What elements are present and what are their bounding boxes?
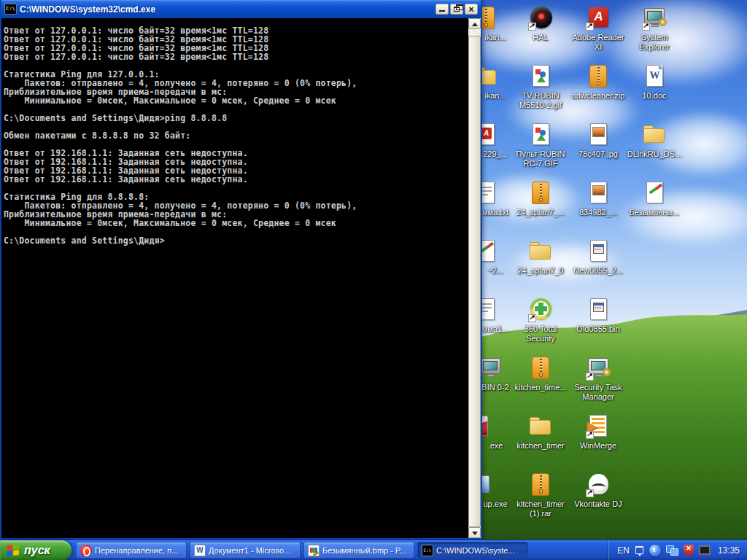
shortcut-arrow-icon (528, 314, 536, 322)
window-titlebar[interactable]: C:\ C:\WINDOWS\system32\cmd.exe × (1, 0, 481, 18)
desktop-icon[interactable]: AAdobe Reader XI (570, 6, 627, 52)
desktop-icon[interactable]: DLinkRU_DS... (626, 122, 683, 159)
start-button[interactable]: пуск (0, 540, 71, 560)
desktop-icon-label: Vkontakte DJ (570, 499, 627, 509)
desktop-icon-partial[interactable]: 229_... (478, 122, 513, 159)
paint-icon (642, 181, 667, 206)
word-icon (194, 545, 206, 556)
setup-icon (482, 472, 498, 497)
shortcut-arrow-icon (586, 489, 594, 497)
restore-button[interactable] (450, 4, 463, 15)
desktop-icon-partial[interactable]: мма1... (478, 298, 513, 334)
paint-icon (308, 545, 320, 556)
taskbar-task[interactable]: Документ1 - Microso... (190, 542, 301, 559)
desktop-icon-label: Безымянны... (626, 208, 683, 217)
desktop-icon[interactable]: HAL (512, 6, 569, 42)
language-indicator[interactable]: EN (617, 545, 630, 556)
desktop-icon-label: BIN 0-2 (478, 383, 513, 392)
desktop-icon-partial[interactable]: .exe (478, 414, 513, 451)
security-alert-icon[interactable] (684, 545, 694, 556)
desktop-icon-label: Adobe Reader XI (570, 33, 627, 52)
desktop-icon-label: adwcleaner.zip (570, 91, 627, 101)
task-label: Безымянный.bmp - P... (322, 546, 406, 555)
desktop-icon-label: Old0855.bin (570, 324, 627, 334)
image2-icon (586, 122, 611, 147)
desktop-icon[interactable]: W10.doc (626, 64, 683, 101)
desktop-icon[interactable]: 24_splan7_0 (512, 239, 569, 276)
language-options-icon[interactable] (635, 546, 644, 555)
scrollbar-thumb[interactable] (468, 36, 481, 527)
desktop-icon[interactable]: Безымянны... (626, 181, 683, 217)
desktop-icon-label: HAL (512, 33, 569, 42)
hide-icons-chevron[interactable] (649, 545, 661, 556)
desktop-icon[interactable]: 78c407.jpg (570, 122, 627, 159)
desktop-icon[interactable]: kitchen_timer (512, 414, 569, 451)
desktop-icon[interactable]: Vkontakte DJ (570, 472, 627, 509)
desktop-icon[interactable]: Пульт RUBIN RC-7.GIF (512, 122, 569, 168)
desktop-icon-partial[interactable]: ~2... (478, 239, 513, 276)
image2-icon (586, 181, 611, 206)
console-output[interactable]: Ответ от 127.0.0.1: число байт=32 время<… (1, 18, 468, 538)
desktop-icon[interactable]: 360 Total Security (512, 298, 569, 343)
desktop-icon-label: 78c407.jpg (570, 149, 627, 159)
shortcut-arrow-icon (586, 373, 594, 381)
desktop-icon[interactable]: 24_splan7_... (512, 181, 569, 217)
desktop-icon-label: kitchen_time... (512, 383, 569, 392)
desktop-icon[interactable]: WinMerge (570, 414, 627, 451)
desktop-icon[interactable]: kitchen_time... (512, 356, 569, 392)
close-icon: × (465, 4, 477, 15)
desktop-icon-label: 360 Total Security (512, 324, 569, 343)
restore-icon (454, 7, 460, 12)
taskbar: пуск Перенаправление, п...Документ1 - Mi… (0, 540, 747, 560)
minimize-button[interactable] (436, 4, 449, 15)
desktop-icon[interactable]: Old0855.bin (570, 298, 627, 334)
pdf-icon (482, 122, 498, 147)
folder-icon (528, 239, 553, 264)
sysexplorer-icon (642, 6, 667, 31)
console-scrollbar[interactable] (468, 18, 481, 538)
desktop-icon-partial[interactable]: ikan... (478, 64, 513, 101)
desktop-icon[interactable]: 834982_... (570, 181, 627, 217)
desktop-icon-partial[interactable]: мма.txt (478, 181, 513, 217)
display-icon[interactable] (699, 545, 711, 555)
vkdj-icon (586, 472, 611, 497)
desktop-icon[interactable]: New0855_2... (570, 239, 627, 276)
network-icon[interactable] (666, 545, 678, 556)
scroll-up-button[interactable] (468, 18, 481, 29)
window-title: C:\WINDOWS\system32\cmd.exe (20, 4, 155, 15)
desktop-icon-label: ikan... (478, 91, 513, 101)
zip-icon (528, 181, 553, 206)
desktop-icon-label: 24_splan7_... (512, 208, 569, 217)
desktop-icon-label: ikan... (478, 33, 513, 42)
desktop-icon-label: мма1... (478, 324, 513, 334)
desktop-icon-label: 834982_... (570, 208, 627, 217)
task-label: Перенаправление, п... (95, 546, 178, 555)
word-icon: W (642, 64, 667, 89)
taskbar-task[interactable]: C:\WINDOWS\syste... (417, 542, 528, 559)
bin-icon (586, 298, 611, 322)
desktop-icon[interactable]: adwcleaner.zip (570, 64, 627, 101)
desktop-icon[interactable]: System Explorer (626, 6, 683, 52)
desktop-icon-label: System Explorer (626, 33, 683, 52)
opera-icon (80, 545, 92, 556)
desktop-icon-partial[interactable]: BIN 0-2 (478, 356, 513, 392)
arrow-down-icon (472, 532, 478, 535)
scroll-down-button[interactable] (468, 527, 481, 538)
tray-clock: 13:35 (718, 545, 740, 556)
zip-icon (586, 64, 611, 89)
zip-icon (482, 6, 498, 31)
desktop-icon[interactable]: Security Task Manager (570, 356, 627, 402)
desktop-icon[interactable]: kitchen_timer (1).rar (512, 472, 569, 518)
image-icon (528, 122, 553, 147)
desktop-icon-partial[interactable]: up.exe (478, 472, 513, 509)
folder-icon (642, 122, 667, 147)
paint-icon (482, 239, 498, 264)
system-tray: EN 13:35 (608, 540, 747, 560)
close-button[interactable]: × (465, 4, 478, 15)
desktop-icon[interactable]: TV RUBIN M5510-2.gif (512, 64, 569, 110)
windows-flag-icon (6, 544, 20, 557)
taskbar-task[interactable]: Перенаправление, п... (76, 542, 187, 559)
desktop-icon-partial[interactable]: ikan... (478, 6, 513, 42)
desktop-icon-label: TV RUBIN M5510-2.gif (512, 91, 569, 110)
taskbar-task[interactable]: Безымянный.bmp - P... (303, 542, 414, 559)
